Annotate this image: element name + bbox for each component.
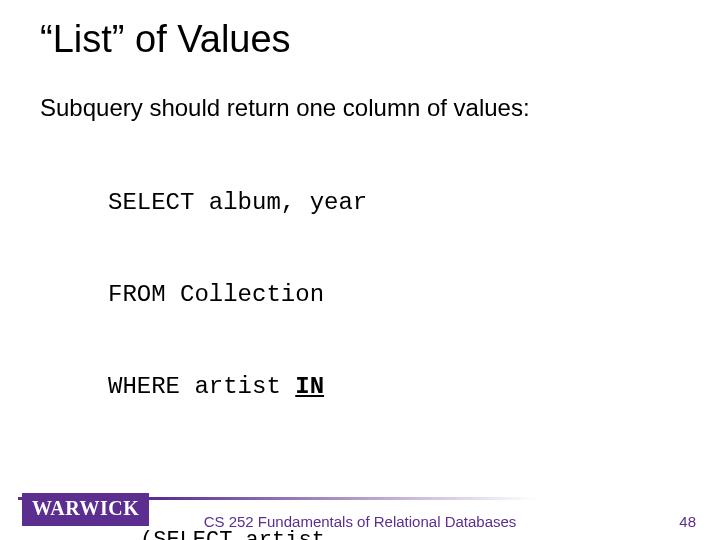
- footer-text: CS 252 Fundamentals of Relational Databa…: [0, 513, 720, 530]
- sql-text: WHERE artist: [108, 373, 295, 400]
- sql-keyword-in: IN: [295, 373, 324, 400]
- sql-line: FROM Collection: [108, 280, 680, 311]
- slide-title: “List” of Values: [40, 18, 291, 61]
- slide: “List” of Values Subquery should return …: [0, 0, 720, 540]
- intro-text: Subquery should return one column of val…: [40, 92, 680, 124]
- sql-line: SELECT album, year: [108, 188, 680, 219]
- sql-line: WHERE artist IN: [108, 372, 680, 403]
- page-number: 48: [679, 513, 696, 530]
- slide-body: Subquery should return one column of val…: [40, 92, 680, 540]
- sql-outer: SELECT album, year FROM Collection WHERE…: [108, 126, 680, 464]
